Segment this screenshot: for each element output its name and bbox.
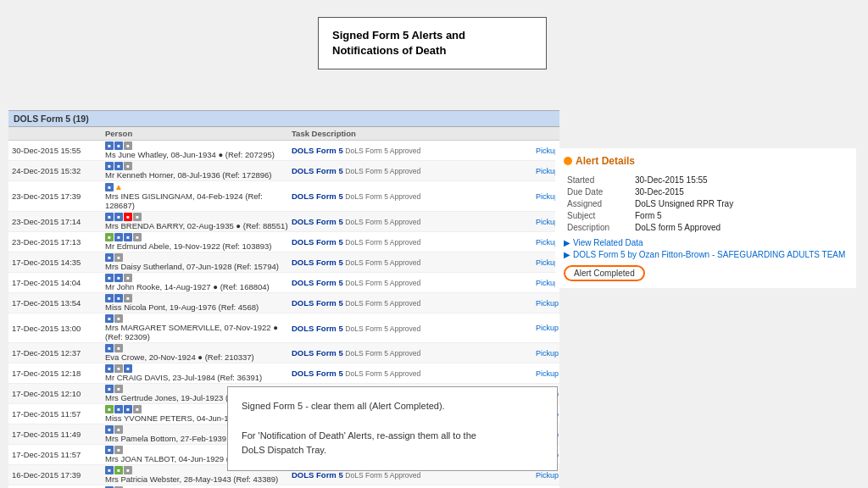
table-row: 17-Dec-2015 14:04 ■■■ Mr John Rooke, 14-… — [8, 273, 559, 293]
icon: ■ — [114, 141, 123, 150]
icon: ■ — [114, 294, 123, 302]
icon: ■ — [105, 385, 114, 393]
icon: ■ — [114, 425, 123, 434]
dols-section-label: DOLS Form 5 — [14, 114, 70, 124]
icon: ■ — [114, 213, 123, 221]
icon: ■ — [105, 405, 114, 413]
table-row: 23-Dec-2015 17:13 ■■■■ Mr Edmund Abele, … — [8, 232, 559, 252]
icon: ■ — [105, 466, 114, 474]
icon: ■ — [105, 233, 114, 241]
icon: ■ — [114, 314, 123, 323]
icon: ■ — [105, 344, 114, 352]
table-row: 17-Dec-2015 13:54 ■■■ Miss Nicola Pont, … — [8, 293, 559, 313]
icon: ■ — [105, 446, 114, 454]
dols-section-count: (19) — [73, 114, 89, 124]
note-box: Signed Form 5 - clear them all (Alert Co… — [227, 386, 558, 471]
table-row: 30-Dec-2015 15:55 ■■■ Ms June Whatley, 0… — [8, 141, 559, 161]
icon: ■ — [124, 405, 132, 413]
icon: ■ — [105, 294, 114, 302]
icon: ■ — [105, 183, 114, 191]
icon: ■ — [124, 364, 132, 373]
col-person-header: Person — [105, 129, 292, 138]
icon: ■ — [124, 162, 132, 170]
icon: ■ — [114, 364, 123, 373]
icon: ■ — [114, 446, 123, 454]
icon: ■ — [124, 233, 132, 241]
note-line4: DoLS Dispatch Tray. — [242, 445, 326, 455]
icon: ■ — [105, 213, 114, 221]
icon: ■ — [105, 274, 114, 282]
alert-started-row: Started 30-Dec-2015 15:55 — [564, 174, 848, 186]
icon: ■ — [114, 344, 123, 352]
table-row: 17-Dec-2015 14:35 ■■ Mrs Daisy Sutherlan… — [8, 252, 559, 273]
table-row: 24-Dec-2015 15:32 ■■■ Mr Kenneth Horner,… — [8, 161, 559, 181]
warning-icon: ▲ — [114, 182, 123, 191]
alert-details-panel: Alert Details Started 30-Dec-2015 15:55 … — [555, 148, 856, 288]
icon: ■ — [105, 253, 114, 262]
icon: ■ — [114, 405, 123, 413]
icon: ■ — [114, 233, 123, 241]
alert-details-table: Started 30-Dec-2015 15:55 Due Date 30-De… — [564, 174, 848, 233]
icon: ■ — [133, 233, 142, 241]
icon: ■ — [114, 253, 123, 262]
title-line1: Signed Form 5 Alerts and — [332, 29, 465, 42]
table-row: 23-Dec-2015 17:39 ■▲ Mrs INES GISLINGNAM… — [8, 181, 559, 212]
alert-assigned-row: Assigned DoLS Unsigned RPR Tray — [564, 197, 848, 209]
icon: ■ — [105, 425, 114, 434]
icon: ■ — [105, 314, 114, 323]
icon: ■ — [133, 213, 142, 221]
icon: ■ — [133, 405, 142, 413]
icon: ■ — [114, 466, 123, 474]
arrow-icon: ▶ — [564, 250, 570, 259]
icon: ■ — [124, 294, 132, 302]
alert-details-title: Alert Details — [564, 155, 848, 167]
icon: ■ — [124, 466, 132, 474]
icon: ■ — [124, 274, 132, 282]
table-row: 23-Dec-2015 17:14 ■■■■ Mrs BRENDA BARRY,… — [8, 212, 559, 232]
table-row: 17-Dec-2015 12:18 ■■■ Mr CRAIG DAVIS, 23… — [8, 363, 559, 384]
alert-subject-row: Subject Form 5 — [564, 209, 848, 221]
alert-completed-badge: Alert Completed — [564, 265, 645, 281]
alert-duedate-row: Due Date 30-Dec-2015 — [564, 186, 848, 197]
dols-form5-link[interactable]: ▶ DOLS Form 5 by Ozan Fitton-Brown - SAF… — [564, 250, 848, 259]
icon: ■ — [114, 162, 123, 170]
icon: ■ — [124, 213, 132, 221]
dols-form5-header: DOLS Form 5 (19) — [8, 110, 559, 127]
alert-description-row: Description DoLS form 5 Approved — [564, 221, 848, 233]
alert-dot-icon — [564, 157, 572, 165]
icon: ■ — [114, 274, 123, 282]
alert-links: ▶ View Related Data ▶ DOLS Form 5 by Oza… — [564, 238, 848, 281]
table-row: 17-Dec-2015 13:00 ■■ Mrs MARGARET SOMERV… — [8, 313, 559, 343]
view-related-data-link[interactable]: ▶ View Related Data — [564, 238, 848, 247]
icon: ■ — [105, 162, 114, 170]
arrow-icon: ▶ — [564, 238, 570, 247]
icon: ■ — [124, 141, 132, 150]
title-box: Signed Form 5 Alerts and Notifications o… — [318, 17, 547, 69]
note-line3: For 'Notification of Death' Alerts, re-a… — [242, 430, 476, 441]
col-task-header: Task Description — [292, 129, 504, 138]
icon: ■ — [114, 385, 123, 393]
col-headers: Person Task Description — [8, 127, 559, 141]
title-line2: Notifications of Death — [332, 44, 446, 57]
icon: ■ — [105, 141, 114, 150]
table-row: 17-Dec-2015 12:37 ■■ Eva Crowe, 20-Nov-1… — [8, 343, 559, 363]
icon: ■ — [105, 364, 114, 373]
note-line1: Signed Form 5 - clear them all (Alert Co… — [242, 401, 445, 411]
